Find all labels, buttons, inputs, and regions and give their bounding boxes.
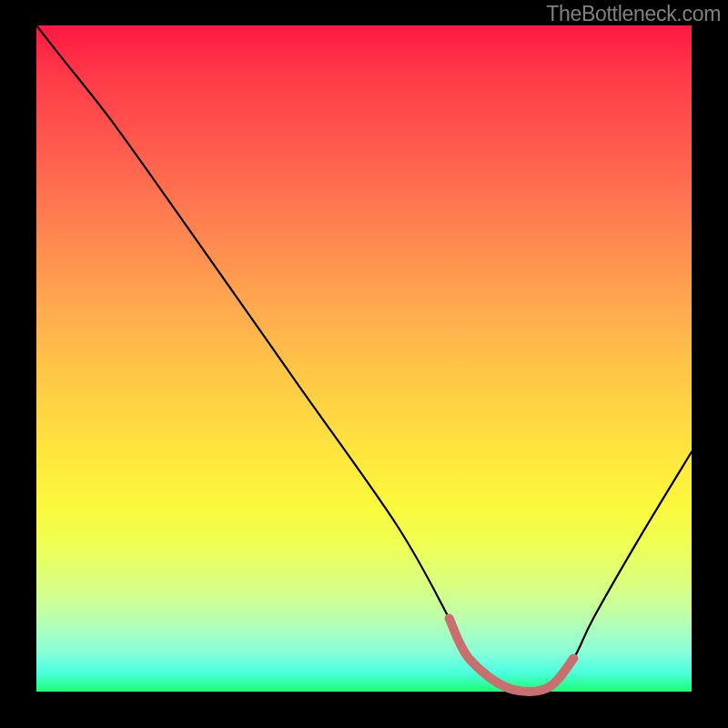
watermark-text: TheBottleneck.com (546, 2, 721, 26)
chart-container: TheBottleneck.com (0, 0, 728, 728)
plot-area (36, 25, 692, 692)
optimal-range-highlight (450, 619, 574, 693)
curve-svg (36, 25, 692, 692)
bottleneck-curve (36, 25, 692, 696)
